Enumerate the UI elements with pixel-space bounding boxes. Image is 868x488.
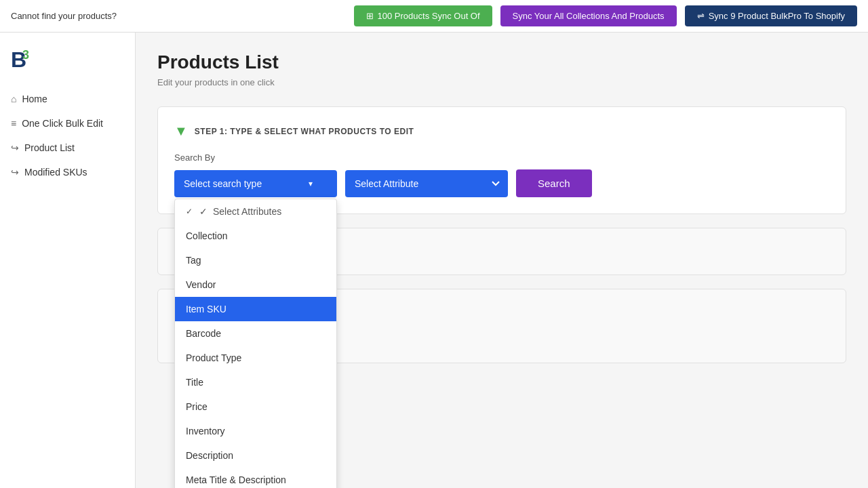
search-button[interactable]: Search [516,169,592,197]
step1-title: STEP 1: TYPE & SELECT WHAT PRODUCTS TO E… [195,127,414,136]
dropdown-item-description[interactable]: Description [175,443,336,468]
sidebar-item-product-list[interactable]: ↪ Product List [0,136,135,160]
sidebar-item-product-list-label: Product List [24,142,75,153]
search-type-trigger[interactable]: Select search type [174,170,337,197]
dropdown-item-title[interactable]: Title [175,370,336,394]
bulk-edit-icon: ≡ [11,118,16,129]
main-content: Products List Edit your products in one … [136,33,868,488]
sync-arrows-icon: ⇌ [697,11,705,21]
dropdown-item-product-type[interactable]: Product Type [175,346,336,370]
logo: B3 [0,43,135,87]
dropdown-item-vendor[interactable]: Vendor [175,272,336,297]
dropdown-item-collection[interactable]: Collection [175,224,336,248]
page-subtitle: Edit your products in one click [157,77,846,87]
sync-count-button[interactable]: ⊞ 100 Products Sync Out Of [354,5,492,26]
step1-card: ▼ STEP 1: TYPE & SELECT WHAT PRODUCTS TO… [157,106,846,214]
checked-icon: ✓ [199,206,208,217]
dropdown-item-item-sku[interactable]: Item SKU [175,297,336,321]
dropdown-item-barcode[interactable]: Barcode [175,321,336,346]
sidebar-item-home[interactable]: ⌂ Home [0,87,135,111]
sync-icon: ⊞ [366,11,374,21]
sidebar-item-modified-skus[interactable]: ↪ Modified SKUs [0,160,135,184]
sidebar-item-bulk-edit-label: One Click Bulk Edit [22,118,103,129]
main-layout: B3 ⌂ Home ≡ One Click Bulk Edit ↪ Produc… [0,33,868,488]
product-list-icon: ↪ [11,142,19,153]
attribute-select[interactable]: Select Attribute [345,170,508,197]
sidebar-item-modified-skus-label: Modified SKUs [24,167,87,178]
page-title: Products List [157,52,846,73]
home-icon: ⌂ [11,94,16,104]
dropdown-item-inventory[interactable]: Inventory [175,419,336,443]
sync-bulkpro-button[interactable]: ⇌ Sync 9 Product BulkPro To Shopify [685,5,857,26]
filter-icon: ▼ [174,123,188,139]
sidebar: B3 ⌂ Home ≡ One Click Bulk Edit ↪ Produc… [0,33,136,488]
search-row: Select search type ✓ Select Attributes C… [174,169,829,197]
logo-mark: B3 [11,49,26,70]
cannot-find-text: Cannot find your products? [11,11,117,21]
sync-collections-button[interactable]: Sync Your All Collections And Products [500,5,677,26]
top-bar: Cannot find your products? ⊞ 100 Product… [0,0,868,33]
dropdown-item-select-attributes[interactable]: ✓ Select Attributes [175,199,336,224]
search-type-label: Select search type [184,178,262,189]
search-type-menu: ✓ Select Attributes Collection Tag Vendo… [174,199,337,489]
search-by-label: Search By [174,152,829,163]
search-type-dropdown[interactable]: Select search type ✓ Select Attributes C… [174,170,337,197]
dropdown-item-tag[interactable]: Tag [175,248,336,272]
modified-skus-icon: ↪ [11,167,19,178]
dropdown-item-meta-title[interactable]: Meta Title & Description [175,468,336,489]
step1-header: ▼ STEP 1: TYPE & SELECT WHAT PRODUCTS TO… [174,123,829,139]
sidebar-item-home-label: Home [22,94,47,104]
dropdown-item-price[interactable]: Price [175,394,336,419]
sidebar-item-bulk-edit[interactable]: ≡ One Click Bulk Edit [0,111,135,136]
